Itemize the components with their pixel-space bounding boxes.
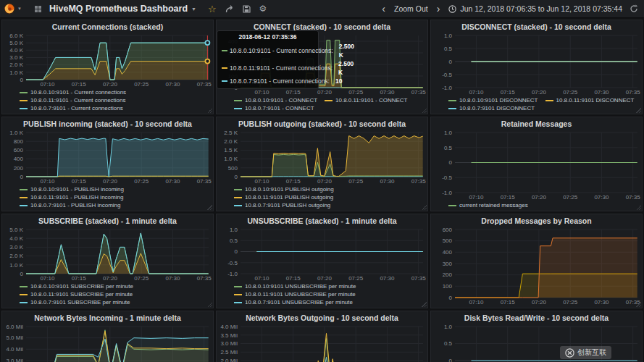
panel-title[interactable]: DISCONNECT (stacked) - 10 second delta — [431, 20, 642, 33]
svg-text:600: 600 — [443, 227, 453, 233]
panel-title[interactable]: PUBLISH outgoing (stacked) - 10 second d… — [217, 117, 427, 130]
time-back-chevron-icon[interactable]: ‹ — [380, 4, 387, 14]
zoom-out-button[interactable]: Zoom Out — [394, 4, 428, 13]
panel-title[interactable]: Current Connections (stacked) — [2, 20, 213, 33]
svg-text:07:25: 07:25 — [563, 194, 578, 201]
svg-text:07:30: 07:30 — [594, 299, 609, 306]
panel-title[interactable]: Network Bytes Incoming - 1 minute delta — [2, 311, 213, 324]
resize-handle-icon[interactable] — [636, 108, 641, 113]
panel-network-bytes-incoming: Network Bytes Incoming - 1 minute delta … — [1, 311, 214, 362]
grafana-logo[interactable]: ▼ — [0, 0, 25, 18]
svg-text:1.0: 1.0 — [444, 324, 453, 330]
star-icon[interactable]: ☆ — [208, 4, 217, 14]
legend-item[interactable]: 10.8.0.11:9101 PUBLISH outgoing — [234, 193, 333, 201]
legend-item[interactable]: 10.8.0.11:9101 - CONNECT — [325, 96, 407, 104]
svg-text:07:35: 07:35 — [197, 81, 212, 88]
chart-canvas[interactable]: 02004006008001.0 K07:1007:1507:2007:2507… — [2, 130, 213, 185]
legend-item[interactable]: 10.8.0.7:9101 PUBLISH outgoing — [234, 201, 330, 209]
resize-handle-icon[interactable] — [207, 302, 212, 307]
legend-item[interactable]: 10.8.0.7:9101 SUBSCRIBE per minute — [20, 298, 130, 306]
resize-handle-icon[interactable] — [422, 108, 427, 113]
legend: 10.8.0.10:9101 SUBSCRIBE per minute10.8.… — [2, 282, 213, 308]
legend-item[interactable]: 10.8.0.10:9101 SUBSCRIBE per minute — [20, 282, 133, 290]
chart-canvas[interactable]: 01.0 Mil2.0 Mil3.0 Mil4.0 Mil5.0 Mil6.0 … — [2, 324, 213, 362]
watermark-logo-icon — [565, 348, 574, 358]
svg-text:2.0 K: 2.0 K — [224, 138, 238, 145]
chart-canvas[interactable]: -1.0-0.500.51.007:1007:1507:2007:2507:30… — [431, 33, 642, 96]
resize-handle-icon[interactable] — [207, 108, 212, 113]
legend-item[interactable]: 10.8.0.10:9101 DISCONNECT — [448, 96, 538, 104]
share-icon[interactable] — [225, 5, 234, 13]
refresh-icon[interactable] — [630, 4, 638, 13]
panel-title[interactable]: Disk Bytes Read/Write - 10 second delta — [431, 311, 642, 324]
legend-item[interactable]: 10.8.0.11:9101 - PUBLISH incoming — [20, 193, 123, 201]
svg-text:0: 0 — [449, 295, 453, 301]
legend-item[interactable]: 10.8.0.7:9101 UNSUBSCRIBE per minute — [234, 298, 353, 306]
chart-canvas[interactable]: 01.0 K2.0 K3.0 K4.0 K5.0 K6.0 K07:1007:1… — [2, 33, 213, 88]
svg-text:5.0 Mil: 5.0 Mil — [6, 334, 23, 341]
chart-canvas[interactable]: 010020030040007:1007:1507:2007:2507:3007… — [217, 33, 427, 96]
svg-text:07:25: 07:25 — [134, 81, 149, 88]
svg-text:07:30: 07:30 — [380, 178, 395, 185]
chart-canvas[interactable]: 0500 K1.0 Mil1.5 Mil2.0 Mil2.5 Mil3.0 Mi… — [217, 324, 427, 362]
panel-title[interactable]: Network Bytes Outgoing - 10 second delta — [217, 311, 427, 324]
chart-canvas[interactable]: 01.0 K2.0 K3.0 K4.0 K5.0 K07:1007:1507:2… — [2, 227, 213, 282]
svg-text:07:35: 07:35 — [197, 178, 212, 185]
save-icon[interactable] — [243, 5, 251, 13]
legend-item[interactable]: 10.8.0.11:9101 SUBSCRIBE per minute — [20, 290, 133, 298]
chart-canvas[interactable]: -1.0-0.500.51.007:1007:1507:2007:2507:30… — [431, 130, 642, 201]
panel-title[interactable]: Retained Messages — [431, 117, 642, 130]
chart-canvas[interactable]: -1.0-0.500.51.007:1007:1507:2007:2507:30… — [217, 227, 427, 282]
legend-item[interactable]: 10.8.0.7:9101 - CONNECT — [234, 104, 314, 112]
svg-text:07:20: 07:20 — [317, 275, 333, 282]
panel-title[interactable]: PUBLISH incoming (stacked) - 10 second d… — [2, 117, 213, 130]
resize-handle-icon[interactable] — [636, 205, 641, 210]
svg-text:2.5 Mil: 2.5 Mil — [220, 349, 238, 355]
svg-text:0.5: 0.5 — [444, 145, 453, 151]
svg-text:07:35: 07:35 — [626, 89, 641, 96]
gear-icon[interactable]: ⚙ — [259, 4, 267, 13]
legend-item[interactable]: 10.8.0.11:9101 UNSUBSCRIBE per minute — [234, 290, 356, 298]
svg-text:1.5 K: 1.5 K — [224, 147, 238, 153]
panel-disconnect: DISCONNECT (stacked) - 10 second delta -… — [430, 20, 643, 114]
svg-text:1.0 K: 1.0 K — [9, 130, 23, 136]
time-forward-chevron-icon[interactable]: › — [435, 4, 442, 14]
svg-text:07:10: 07:10 — [254, 275, 269, 282]
legend-item[interactable]: 10.8.0.10:9101 - CONNECT — [234, 96, 317, 104]
legend-item[interactable]: 10.8.0.11:9101 DISCONNECT — [545, 96, 635, 104]
legend-item[interactable]: 10.8.0.10:9101 UNSUBSCRIBE per minute — [234, 282, 356, 290]
dashboard-title-button[interactable]: HiveMQ Prometheus Dashboard ▼ — [35, 4, 196, 14]
legend-item[interactable]: 10.8.0.10:9101 PUBLISH outgoing — [234, 185, 334, 193]
dashboard-title: HiveMQ Prometheus Dashboard — [49, 4, 188, 14]
panel-title[interactable]: SUBSCRIBE (stacked) - 1 minute delta — [2, 214, 213, 227]
svg-text:07:20: 07:20 — [103, 275, 118, 282]
svg-text:1.0 K: 1.0 K — [9, 70, 23, 76]
chart-canvas[interactable]: 05001.0 K1.5 K2.0 K2.5 K07:1007:1507:200… — [217, 130, 427, 185]
svg-text:400: 400 — [14, 156, 24, 162]
resize-handle-icon[interactable] — [422, 302, 427, 307]
legend-item[interactable]: 10.8.0.7:9101 DISCONNECT — [448, 104, 535, 112]
svg-text:100: 100 — [228, 73, 238, 80]
svg-text:07:10: 07:10 — [40, 81, 55, 88]
legend-item[interactable]: 10.8.0.7:9101 - PUBLISH incoming — [20, 201, 121, 209]
chart-canvas[interactable]: 010020030040050060007:1007:1507:2007:250… — [431, 227, 642, 306]
legend-item[interactable]: 10.8.0.11:9101 - Current connections — [20, 96, 126, 104]
panel-title[interactable]: Dropped Messages by Reason — [431, 214, 642, 227]
resize-handle-icon[interactable] — [207, 205, 212, 210]
svg-text:300: 300 — [443, 261, 453, 267]
panel-publish-outgoing: PUBLISH outgoing (stacked) - 10 second d… — [216, 117, 428, 211]
svg-text:07:30: 07:30 — [594, 194, 609, 201]
legend — [431, 306, 642, 308]
legend-item[interactable]: 10.8.0.10:9101 - PUBLISH incoming — [20, 185, 124, 193]
svg-text:07:30: 07:30 — [165, 178, 180, 185]
resize-handle-icon[interactable] — [636, 302, 641, 307]
legend-item[interactable]: 10.8.0.10:9101 - Current connections — [20, 88, 126, 96]
legend-item[interactable]: 10.8.0.7:9101 - Current connections — [20, 104, 123, 112]
resize-handle-icon[interactable] — [422, 205, 427, 210]
panel-title[interactable]: CONNECT (stacked) - 10 second delta — [217, 20, 427, 33]
svg-text:-0.5: -0.5 — [442, 72, 452, 78]
time-range-picker[interactable]: Jun 12, 2018 07:06:35 to Jun 12, 2018 07… — [448, 4, 622, 13]
legend-item[interactable]: current retained messages — [448, 201, 528, 209]
svg-text:3.0 Mil: 3.0 Mil — [6, 358, 23, 362]
panel-title[interactable]: UNSUBSCRIBE (stacked) - 1 minute delta — [217, 214, 427, 227]
